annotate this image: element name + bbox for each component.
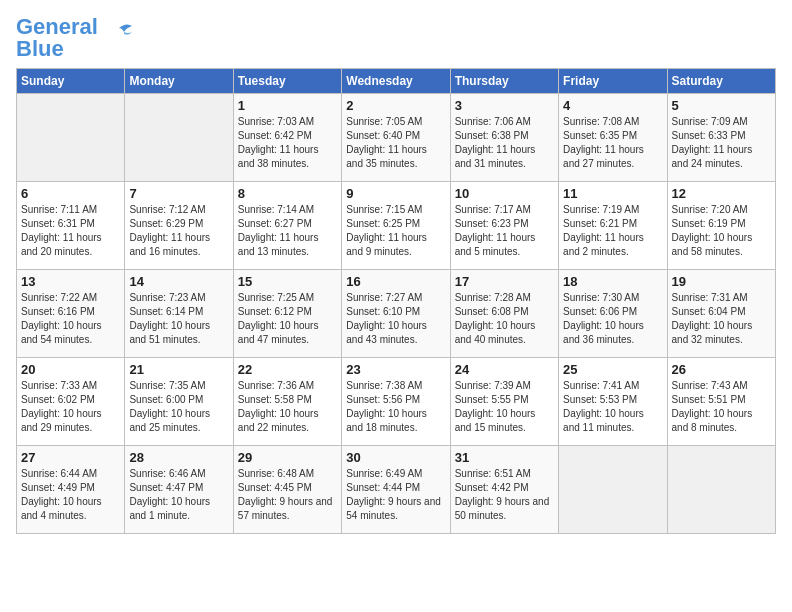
day-info: Sunrise: 7:15 AMSunset: 6:25 PMDaylight:… bbox=[346, 203, 445, 259]
day-info: Sunrise: 7:23 AMSunset: 6:14 PMDaylight:… bbox=[129, 291, 228, 347]
day-info: Sunrise: 7:36 AMSunset: 5:58 PMDaylight:… bbox=[238, 379, 337, 435]
calendar-cell bbox=[17, 94, 125, 182]
logo-text: General Blue bbox=[16, 16, 98, 60]
day-number: 21 bbox=[129, 362, 228, 377]
calendar-cell: 29Sunrise: 6:48 AMSunset: 4:45 PMDayligh… bbox=[233, 446, 341, 534]
day-info: Sunrise: 6:46 AMSunset: 4:47 PMDaylight:… bbox=[129, 467, 228, 523]
calendar-cell: 21Sunrise: 7:35 AMSunset: 6:00 PMDayligh… bbox=[125, 358, 233, 446]
day-number: 10 bbox=[455, 186, 554, 201]
day-info: Sunrise: 7:20 AMSunset: 6:19 PMDaylight:… bbox=[672, 203, 771, 259]
day-info: Sunrise: 7:08 AMSunset: 6:35 PMDaylight:… bbox=[563, 115, 662, 171]
calendar-cell: 28Sunrise: 6:46 AMSunset: 4:47 PMDayligh… bbox=[125, 446, 233, 534]
day-number: 28 bbox=[129, 450, 228, 465]
day-number: 19 bbox=[672, 274, 771, 289]
calendar-cell: 9Sunrise: 7:15 AMSunset: 6:25 PMDaylight… bbox=[342, 182, 450, 270]
day-info: Sunrise: 7:30 AMSunset: 6:06 PMDaylight:… bbox=[563, 291, 662, 347]
calendar-cell: 22Sunrise: 7:36 AMSunset: 5:58 PMDayligh… bbox=[233, 358, 341, 446]
day-info: Sunrise: 7:27 AMSunset: 6:10 PMDaylight:… bbox=[346, 291, 445, 347]
col-header-sunday: Sunday bbox=[17, 69, 125, 94]
calendar-cell: 20Sunrise: 7:33 AMSunset: 6:02 PMDayligh… bbox=[17, 358, 125, 446]
day-number: 14 bbox=[129, 274, 228, 289]
day-number: 24 bbox=[455, 362, 554, 377]
calendar-cell: 25Sunrise: 7:41 AMSunset: 5:53 PMDayligh… bbox=[559, 358, 667, 446]
day-number: 18 bbox=[563, 274, 662, 289]
calendar-cell: 12Sunrise: 7:20 AMSunset: 6:19 PMDayligh… bbox=[667, 182, 775, 270]
col-header-wednesday: Wednesday bbox=[342, 69, 450, 94]
day-info: Sunrise: 7:43 AMSunset: 5:51 PMDaylight:… bbox=[672, 379, 771, 435]
day-number: 6 bbox=[21, 186, 120, 201]
page-header: General Blue bbox=[16, 16, 776, 60]
calendar-cell: 30Sunrise: 6:49 AMSunset: 4:44 PMDayligh… bbox=[342, 446, 450, 534]
calendar-cell: 3Sunrise: 7:06 AMSunset: 6:38 PMDaylight… bbox=[450, 94, 558, 182]
calendar-table: SundayMondayTuesdayWednesdayThursdayFrid… bbox=[16, 68, 776, 534]
calendar-week-row: 27Sunrise: 6:44 AMSunset: 4:49 PMDayligh… bbox=[17, 446, 776, 534]
day-number: 3 bbox=[455, 98, 554, 113]
day-info: Sunrise: 6:49 AMSunset: 4:44 PMDaylight:… bbox=[346, 467, 445, 523]
calendar-cell bbox=[667, 446, 775, 534]
calendar-cell: 2Sunrise: 7:05 AMSunset: 6:40 PMDaylight… bbox=[342, 94, 450, 182]
day-number: 29 bbox=[238, 450, 337, 465]
calendar-week-row: 6Sunrise: 7:11 AMSunset: 6:31 PMDaylight… bbox=[17, 182, 776, 270]
calendar-cell: 18Sunrise: 7:30 AMSunset: 6:06 PMDayligh… bbox=[559, 270, 667, 358]
day-number: 30 bbox=[346, 450, 445, 465]
day-info: Sunrise: 7:25 AMSunset: 6:12 PMDaylight:… bbox=[238, 291, 337, 347]
day-info: Sunrise: 7:06 AMSunset: 6:38 PMDaylight:… bbox=[455, 115, 554, 171]
day-number: 8 bbox=[238, 186, 337, 201]
day-number: 12 bbox=[672, 186, 771, 201]
day-number: 4 bbox=[563, 98, 662, 113]
calendar-cell: 27Sunrise: 6:44 AMSunset: 4:49 PMDayligh… bbox=[17, 446, 125, 534]
calendar-cell bbox=[559, 446, 667, 534]
calendar-cell: 5Sunrise: 7:09 AMSunset: 6:33 PMDaylight… bbox=[667, 94, 775, 182]
day-number: 31 bbox=[455, 450, 554, 465]
day-info: Sunrise: 7:31 AMSunset: 6:04 PMDaylight:… bbox=[672, 291, 771, 347]
day-info: Sunrise: 7:05 AMSunset: 6:40 PMDaylight:… bbox=[346, 115, 445, 171]
logo-blue: Blue bbox=[16, 36, 64, 61]
calendar-week-row: 13Sunrise: 7:22 AMSunset: 6:16 PMDayligh… bbox=[17, 270, 776, 358]
day-number: 23 bbox=[346, 362, 445, 377]
calendar-header-row: SundayMondayTuesdayWednesdayThursdayFrid… bbox=[17, 69, 776, 94]
calendar-cell: 15Sunrise: 7:25 AMSunset: 6:12 PMDayligh… bbox=[233, 270, 341, 358]
day-number: 20 bbox=[21, 362, 120, 377]
day-number: 15 bbox=[238, 274, 337, 289]
day-number: 25 bbox=[563, 362, 662, 377]
calendar-cell: 31Sunrise: 6:51 AMSunset: 4:42 PMDayligh… bbox=[450, 446, 558, 534]
day-info: Sunrise: 7:17 AMSunset: 6:23 PMDaylight:… bbox=[455, 203, 554, 259]
calendar-cell: 14Sunrise: 7:23 AMSunset: 6:14 PMDayligh… bbox=[125, 270, 233, 358]
day-info: Sunrise: 7:19 AMSunset: 6:21 PMDaylight:… bbox=[563, 203, 662, 259]
calendar-cell: 8Sunrise: 7:14 AMSunset: 6:27 PMDaylight… bbox=[233, 182, 341, 270]
calendar-cell: 6Sunrise: 7:11 AMSunset: 6:31 PMDaylight… bbox=[17, 182, 125, 270]
col-header-tuesday: Tuesday bbox=[233, 69, 341, 94]
day-info: Sunrise: 6:51 AMSunset: 4:42 PMDaylight:… bbox=[455, 467, 554, 523]
day-number: 1 bbox=[238, 98, 337, 113]
day-number: 7 bbox=[129, 186, 228, 201]
day-info: Sunrise: 7:11 AMSunset: 6:31 PMDaylight:… bbox=[21, 203, 120, 259]
day-info: Sunrise: 6:48 AMSunset: 4:45 PMDaylight:… bbox=[238, 467, 337, 523]
day-info: Sunrise: 7:03 AMSunset: 6:42 PMDaylight:… bbox=[238, 115, 337, 171]
col-header-saturday: Saturday bbox=[667, 69, 775, 94]
day-info: Sunrise: 7:09 AMSunset: 6:33 PMDaylight:… bbox=[672, 115, 771, 171]
calendar-cell: 17Sunrise: 7:28 AMSunset: 6:08 PMDayligh… bbox=[450, 270, 558, 358]
day-info: Sunrise: 7:38 AMSunset: 5:56 PMDaylight:… bbox=[346, 379, 445, 435]
day-info: Sunrise: 7:39 AMSunset: 5:55 PMDaylight:… bbox=[455, 379, 554, 435]
day-number: 11 bbox=[563, 186, 662, 201]
day-info: Sunrise: 7:28 AMSunset: 6:08 PMDaylight:… bbox=[455, 291, 554, 347]
day-info: Sunrise: 7:41 AMSunset: 5:53 PMDaylight:… bbox=[563, 379, 662, 435]
logo: General Blue bbox=[16, 16, 134, 60]
day-number: 27 bbox=[21, 450, 120, 465]
calendar-cell: 23Sunrise: 7:38 AMSunset: 5:56 PMDayligh… bbox=[342, 358, 450, 446]
calendar-cell: 26Sunrise: 7:43 AMSunset: 5:51 PMDayligh… bbox=[667, 358, 775, 446]
day-number: 2 bbox=[346, 98, 445, 113]
day-number: 16 bbox=[346, 274, 445, 289]
calendar-cell: 16Sunrise: 7:27 AMSunset: 6:10 PMDayligh… bbox=[342, 270, 450, 358]
calendar-cell: 4Sunrise: 7:08 AMSunset: 6:35 PMDaylight… bbox=[559, 94, 667, 182]
day-number: 13 bbox=[21, 274, 120, 289]
calendar-cell: 11Sunrise: 7:19 AMSunset: 6:21 PMDayligh… bbox=[559, 182, 667, 270]
day-number: 26 bbox=[672, 362, 771, 377]
calendar-cell: 24Sunrise: 7:39 AMSunset: 5:55 PMDayligh… bbox=[450, 358, 558, 446]
day-info: Sunrise: 7:33 AMSunset: 6:02 PMDaylight:… bbox=[21, 379, 120, 435]
day-info: Sunrise: 7:35 AMSunset: 6:00 PMDaylight:… bbox=[129, 379, 228, 435]
day-info: Sunrise: 7:14 AMSunset: 6:27 PMDaylight:… bbox=[238, 203, 337, 259]
col-header-friday: Friday bbox=[559, 69, 667, 94]
calendar-cell: 19Sunrise: 7:31 AMSunset: 6:04 PMDayligh… bbox=[667, 270, 775, 358]
calendar-cell: 7Sunrise: 7:12 AMSunset: 6:29 PMDaylight… bbox=[125, 182, 233, 270]
